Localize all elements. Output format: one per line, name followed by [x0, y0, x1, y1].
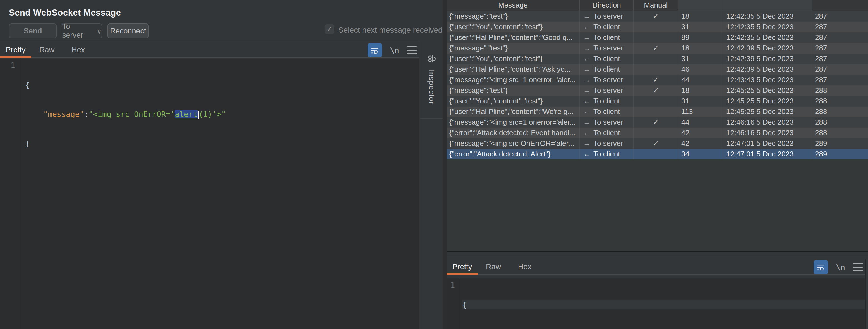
- viewer-tabbar: Pretty Raw Hex \n: [446, 259, 865, 275]
- arrow-left-icon: ←: [583, 54, 591, 63]
- column-header-time[interactable]: [723, 0, 812, 10]
- table-row[interactable]: {"message":"test"}→To server✓1812:42:39 …: [446, 43, 868, 54]
- column-header-manual[interactable]: Manual: [634, 0, 679, 10]
- table-row[interactable]: {"user":"You","content":"test"}←To clien…: [446, 54, 868, 64]
- manual-cell: [634, 149, 679, 160]
- length-cell: 46: [679, 64, 723, 75]
- length-cell: 31: [679, 54, 723, 64]
- manual-cell: ✓: [634, 11, 679, 22]
- table-row[interactable]: {"user":"Hal Pline","content":"Good q...…: [446, 32, 868, 43]
- incognito-icon: [425, 53, 438, 65]
- tab-pretty[interactable]: Pretty: [0, 42, 31, 58]
- direction-select-value: To server: [62, 22, 93, 40]
- select-next-message-checkbox[interactable]: ✓: [324, 24, 334, 34]
- code-line: "message":"<img src OnErrOR='alert(1)'>": [25, 109, 419, 119]
- table-header: Message Direction Manual: [446, 0, 868, 11]
- editor-menu-icon[interactable]: [853, 263, 863, 271]
- direction-cell: →To server: [580, 75, 634, 85]
- reconnect-button[interactable]: Reconnect: [107, 24, 149, 38]
- direction-cell: →To server: [580, 138, 634, 149]
- arrow-left-icon: ←: [583, 65, 591, 73]
- time-cell: 12:42:35 5 Dec 2023: [723, 11, 812, 22]
- word-wrap-toggle-icon[interactable]: [813, 260, 828, 274]
- table-row[interactable]: {"message":"test"}→To server✓1812:42:35 …: [446, 11, 868, 22]
- arrow-right-icon: →: [583, 12, 591, 20]
- compose-tabbar: Pretty Raw Hex \n: [0, 42, 419, 58]
- time-cell: 12:46:16 5 Dec 2023: [723, 128, 812, 138]
- inspector-tab[interactable]: Inspector: [420, 42, 443, 119]
- compose-message-editor[interactable]: 1 { "message":"<img src OnErrOR='alert(1…: [0, 59, 419, 329]
- length-cell: 18: [679, 11, 723, 22]
- message-cell: {"message":"<img src=1 onerror='aler...: [446, 117, 580, 128]
- table-body: {"message":"test"}→To server✓1812:42:35 …: [446, 11, 868, 160]
- line-number: 1: [10, 61, 15, 70]
- tab-raw[interactable]: Raw: [31, 42, 63, 58]
- viewer-inspector-sliver: [866, 259, 868, 329]
- compose-code: { "message":"<img src OnErrOR='alert(1)'…: [25, 61, 419, 168]
- send-button[interactable]: Send: [9, 24, 57, 38]
- length-cell: 42: [679, 128, 723, 138]
- horizontal-splitter[interactable]: [446, 256, 868, 256]
- arrow-right-icon: →: [583, 44, 591, 52]
- table-row[interactable]: {"message":"<img src=1 onerror='aler...→…: [446, 75, 868, 85]
- viewer-code: { "error":"Attack detected: Alert" }: [462, 280, 865, 329]
- length-cell: 31: [679, 96, 723, 106]
- tab-pretty[interactable]: Pretty: [446, 259, 478, 274]
- arrow-left-icon: ←: [583, 33, 591, 41]
- table-row[interactable]: {"user":"You","content":"test"}←To clien…: [446, 22, 868, 32]
- table-row[interactable]: {"user":"You","content":"test"}←To clien…: [446, 96, 868, 106]
- direction-select[interactable]: To server ∨: [62, 24, 102, 38]
- column-header-message[interactable]: Message: [446, 0, 580, 10]
- listener-cell: 288: [812, 96, 868, 106]
- code-line: {: [462, 300, 865, 309]
- message-cell: {"message":"test"}: [446, 85, 580, 96]
- show-newlines-icon[interactable]: \n: [390, 46, 399, 55]
- listener-cell: 288: [812, 128, 868, 138]
- manual-cell: ✓: [634, 138, 679, 149]
- direction-cell: ←To client: [580, 96, 634, 106]
- table-row[interactable]: {"error":"Attack detected: Alert"}←To cl…: [446, 149, 868, 160]
- code-line: {: [25, 80, 419, 90]
- tab-hex[interactable]: Hex: [63, 42, 94, 58]
- listener-cell: 287: [812, 75, 868, 85]
- column-header-listener[interactable]: [812, 0, 868, 10]
- length-cell: 18: [679, 43, 723, 54]
- word-wrap-toggle-icon[interactable]: [368, 43, 382, 58]
- time-cell: 12:42:35 5 Dec 2023: [723, 32, 812, 43]
- reconnect-button-label: Reconnect: [110, 27, 146, 35]
- table-row[interactable]: {"error":"Attack detected: Event handl..…: [446, 128, 868, 138]
- listener-cell: 287: [812, 22, 868, 32]
- send-button-label: Send: [24, 27, 42, 35]
- listener-cell: 288: [812, 117, 868, 128]
- table-row[interactable]: {"user":"Hal Pline","content":"Ask yo...…: [446, 64, 868, 75]
- direction-cell: →To server: [580, 85, 634, 96]
- message-viewer-editor[interactable]: 1 { "error":"Attack detected: Alert" }: [446, 278, 865, 329]
- direction-cell: →To server: [580, 11, 634, 22]
- arrow-left-icon: ←: [583, 23, 591, 31]
- time-cell: 12:42:39 5 Dec 2023: [723, 54, 812, 64]
- time-cell: 12:47:01 5 Dec 2023: [723, 149, 812, 160]
- length-cell: 34: [679, 149, 723, 160]
- table-row[interactable]: {"user":"Hal Pline","content":"We're g..…: [446, 106, 868, 117]
- column-header-length[interactable]: [679, 0, 723, 10]
- arrow-left-icon: ←: [583, 107, 591, 116]
- arrow-left-icon: ←: [583, 129, 591, 137]
- length-cell: 89: [679, 32, 723, 43]
- time-cell: 12:45:25 5 Dec 2023: [723, 106, 812, 117]
- line-number: 1: [451, 281, 455, 289]
- table-row[interactable]: {"message":"<img src OnErrOR='aler...→To…: [446, 138, 868, 149]
- length-cell: 42: [679, 138, 723, 149]
- column-header-direction[interactable]: Direction: [580, 0, 634, 10]
- message-cell: {"user":"You","content":"test"}: [446, 22, 580, 32]
- listener-cell: 287: [812, 11, 868, 22]
- tab-raw[interactable]: Raw: [478, 259, 509, 274]
- table-row[interactable]: {"message":"<img src=1 onerror='aler...→…: [446, 117, 868, 128]
- length-cell: 44: [679, 75, 723, 85]
- editor-menu-icon[interactable]: [407, 46, 417, 54]
- table-row[interactable]: {"message":"test"}→To server✓1812:45:25 …: [446, 85, 868, 96]
- tab-hex[interactable]: Hex: [509, 259, 540, 274]
- time-cell: 12:45:25 5 Dec 2023: [723, 85, 812, 96]
- vertical-splitter[interactable]: [443, 0, 446, 329]
- listener-cell: 288: [812, 106, 868, 117]
- show-newlines-icon[interactable]: \n: [836, 263, 845, 271]
